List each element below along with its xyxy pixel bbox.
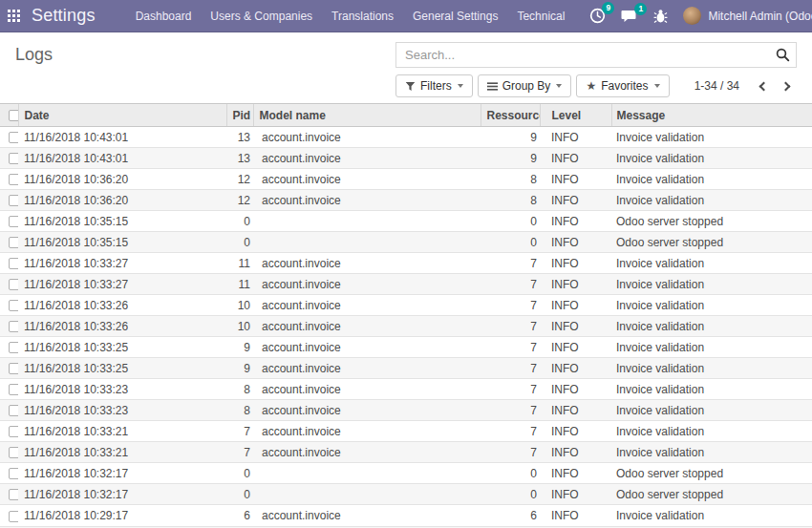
- row-checkbox[interactable]: [9, 426, 18, 437]
- row-checkbox[interactable]: [9, 321, 18, 332]
- user-menu-button[interactable]: Mitchell Admin (Odoo_12): [683, 7, 812, 25]
- search-icon[interactable]: [776, 48, 790, 66]
- row-checkbox[interactable]: [9, 489, 18, 500]
- row-checkbox[interactable]: [9, 511, 18, 522]
- table-row[interactable]: 11/16/2018 10:29:17 6 account.invoice 6 …: [0, 505, 812, 526]
- column-header-ressource-id[interactable]: Ressource id: [481, 104, 540, 127]
- cell-message: Invoice validation: [611, 400, 812, 421]
- table-row[interactable]: 11/16/2018 10:33:26 10 account.invoice 7…: [0, 295, 812, 316]
- row-checkbox[interactable]: [9, 153, 18, 164]
- search-input[interactable]: [395, 42, 797, 68]
- table-row[interactable]: 11/16/2018 10:33:25 9 account.invoice 7 …: [0, 337, 812, 358]
- cell-ressource-id: 7: [481, 379, 540, 400]
- column-header-model[interactable]: Model name: [253, 104, 481, 127]
- table-row[interactable]: 11/16/2018 10:35:15 0 0 INFO Odoo server…: [0, 232, 812, 253]
- cell-pid: 9: [226, 337, 253, 358]
- cell-date: 11/16/2018 10:33:21: [18, 442, 226, 463]
- table-row[interactable]: 11/16/2018 10:33:23 8 account.invoice 7 …: [0, 400, 812, 421]
- navbar-menu-item[interactable]: Technical: [507, 0, 574, 32]
- messages-button[interactable]: 1: [621, 9, 638, 24]
- table-row[interactable]: 11/16/2018 10:33:23 8 account.invoice 7 …: [0, 379, 812, 400]
- search-panel: Filters Group By ★ Favorites: [395, 42, 797, 97]
- cell-pid: 7: [226, 442, 253, 463]
- cell-model-name: account.invoice: [253, 400, 481, 421]
- cell-pid: 0: [226, 232, 253, 253]
- table-row[interactable]: 11/16/2018 10:43:01 13 account.invoice 9…: [0, 148, 812, 169]
- row-checkbox[interactable]: [9, 237, 18, 248]
- cell-date: 11/16/2018 10:33:25: [18, 337, 226, 358]
- pager-next-button[interactable]: [775, 79, 797, 94]
- navbar-menu-item[interactable]: General Settings: [403, 0, 507, 32]
- cell-model-name: account.invoice: [253, 421, 481, 442]
- table-row[interactable]: 11/16/2018 10:33:26 10 account.invoice 7…: [0, 316, 812, 337]
- cell-ressource-id: 8: [481, 169, 540, 190]
- favorites-button[interactable]: ★ Favorites: [576, 74, 669, 97]
- column-header-level[interactable]: Level: [540, 104, 611, 127]
- column-header-pid[interactable]: Pid: [226, 104, 253, 127]
- debug-button[interactable]: [653, 9, 668, 24]
- cell-level: INFO: [540, 211, 611, 232]
- table-row[interactable]: 11/16/2018 10:35:15 0 0 INFO Odoo server…: [0, 211, 812, 232]
- column-header-message[interactable]: Message: [611, 104, 812, 127]
- activities-button[interactable]: 9: [589, 8, 606, 24]
- table-row[interactable]: 11/16/2018 10:33:27 11 account.invoice 7…: [0, 274, 812, 295]
- filters-button[interactable]: Filters: [395, 74, 473, 97]
- table-row[interactable]: 11/16/2018 10:32:17 0 0 INFO Odoo server…: [0, 484, 812, 505]
- cell-model-name: account.invoice: [253, 127, 481, 148]
- cell-model-name: account.invoice: [253, 316, 481, 337]
- row-checkbox[interactable]: [9, 342, 18, 353]
- chevron-down-icon: [458, 84, 463, 88]
- app-name[interactable]: Settings: [32, 6, 96, 26]
- row-checkbox[interactable]: [9, 447, 18, 458]
- navbar-menu-item[interactable]: Users & Companies: [201, 0, 322, 32]
- table-row[interactable]: 11/16/2018 10:33:21 7 account.invoice 7 …: [0, 442, 812, 463]
- cell-level: INFO: [540, 442, 611, 463]
- cell-message: Invoice validation: [611, 148, 812, 169]
- pager-previous-button[interactable]: [753, 79, 775, 94]
- row-checkbox[interactable]: [9, 384, 18, 395]
- cell-model-name: [253, 463, 481, 484]
- cell-message: Invoice validation: [611, 358, 812, 379]
- cell-level: INFO: [540, 316, 611, 337]
- row-select-cell: [0, 463, 18, 484]
- row-select-cell: [0, 232, 18, 253]
- table-row[interactable]: 11/16/2018 10:33:25 9 account.invoice 7 …: [0, 358, 812, 379]
- chevron-right-icon: [781, 81, 791, 91]
- table-row[interactable]: 11/16/2018 10:33:21 7 account.invoice 7 …: [0, 421, 812, 442]
- cell-date: 11/16/2018 10:32:17: [18, 484, 226, 505]
- table-row[interactable]: 11/16/2018 10:32:17 0 0 INFO Odoo server…: [0, 463, 812, 484]
- table-row[interactable]: 11/16/2018 10:36:20 12 account.invoice 8…: [0, 169, 812, 190]
- navbar-menu-item[interactable]: Dashboard: [126, 0, 202, 32]
- row-checkbox[interactable]: [9, 468, 18, 479]
- messages-badge: 1: [634, 3, 647, 15]
- row-checkbox[interactable]: [9, 363, 18, 374]
- select-all-checkbox[interactable]: [9, 110, 18, 121]
- apps-grid-icon: [8, 10, 20, 22]
- row-checkbox[interactable]: [9, 195, 18, 206]
- navbar-menu-item[interactable]: Translations: [322, 0, 403, 32]
- column-header-date[interactable]: Date: [18, 104, 226, 127]
- cell-message: Invoice validation: [611, 379, 812, 400]
- apps-menu-button[interactable]: [8, 4, 20, 29]
- cell-pid: 12: [226, 169, 253, 190]
- row-select-cell: [0, 442, 18, 463]
- row-checkbox[interactable]: [9, 279, 18, 290]
- cell-message: Odoo server stopped: [611, 484, 812, 505]
- cell-model-name: account.invoice: [253, 190, 481, 211]
- table-row[interactable]: 11/16/2018 10:43:01 13 account.invoice 9…: [0, 127, 812, 148]
- row-checkbox[interactable]: [9, 258, 18, 269]
- row-checkbox[interactable]: [9, 132, 18, 143]
- cell-date: 11/16/2018 10:33:27: [18, 274, 226, 295]
- row-checkbox[interactable]: [9, 216, 18, 227]
- row-checkbox[interactable]: [9, 174, 18, 185]
- filter-funnel-icon: [405, 81, 416, 92]
- group-by-button[interactable]: Group By: [478, 74, 572, 97]
- table-row[interactable]: 11/16/2018 10:36:20 12 account.invoice 8…: [0, 190, 812, 211]
- cell-date: 11/16/2018 10:33:26: [18, 316, 226, 337]
- page-title: Logs: [15, 42, 53, 97]
- row-select-cell: [0, 316, 18, 337]
- row-checkbox[interactable]: [9, 300, 18, 311]
- table-row[interactable]: 11/16/2018 10:33:27 11 account.invoice 7…: [0, 253, 812, 274]
- row-select-cell: [0, 421, 18, 442]
- row-checkbox[interactable]: [9, 405, 18, 416]
